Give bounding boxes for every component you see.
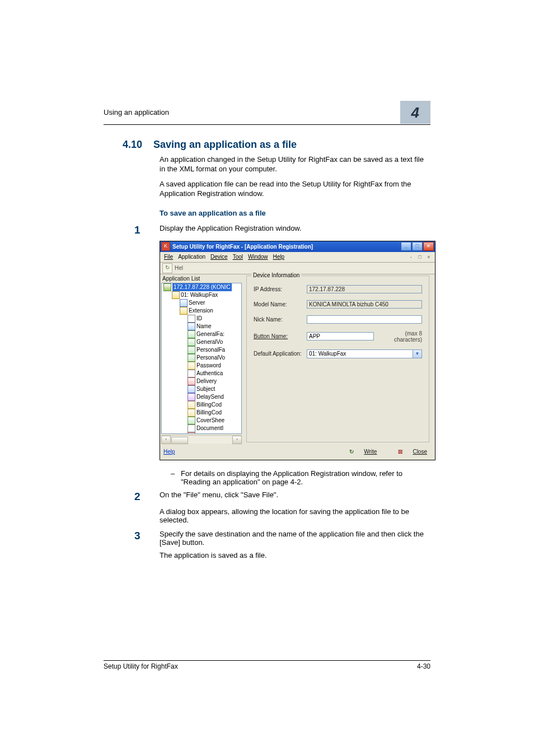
model-label: Model Name: — [254, 301, 307, 307]
tree-item-icon — [188, 330, 195, 338]
tree-item-icon — [188, 424, 195, 432]
tree-item[interactable]: Server — [162, 299, 241, 307]
application-tree[interactable]: 172.17.87.228 (KONIC 01: WalkupFaxServer… — [161, 283, 242, 434]
paragraph-1: An application changed in the Setup Util… — [160, 155, 430, 174]
close-action[interactable]: Close — [410, 449, 429, 455]
help-link[interactable]: Help — [163, 449, 175, 455]
minimize-button[interactable]: _ — [401, 242, 411, 251]
mdi-minimize[interactable]: - — [407, 254, 415, 260]
chevron-down-icon[interactable]: ▼ — [413, 350, 421, 358]
tree-item[interactable]: CoverShee — [162, 417, 241, 424]
tree-root[interactable]: 172.17.87.228 (KONIC — [162, 283, 241, 291]
tree-item-label: PersonalFa — [196, 346, 225, 354]
tree-item[interactable]: Name — [162, 323, 241, 330]
model-value: KONICA MINOLTA bizhub C450 — [307, 300, 422, 309]
scroll-right-button[interactable]: › — [232, 436, 242, 444]
step-2-text: On the "File" menu, click "Save File". — [160, 491, 430, 503]
menu-bar: File Application Device Tool Window Help… — [160, 252, 435, 263]
maximize-button[interactable]: □ — [412, 242, 423, 251]
tree-item[interactable]: GeneralFa: — [162, 330, 241, 338]
tree-item-label: Subject — [196, 385, 215, 393]
tree-root-label: 172.17.87.228 (KONIC — [172, 283, 232, 291]
tree-item[interactable]: HoldForPre — [162, 432, 241, 434]
window-bottom-bar: Help ↻ Write ⊠ Close — [160, 445, 435, 460]
tree-item[interactable]: PersonalVo — [162, 354, 241, 362]
tree-item-icon — [188, 354, 195, 362]
menu-file[interactable]: File — [162, 254, 175, 260]
mdi-controls: - □ × — [407, 254, 433, 260]
tree-item[interactable]: BillingCod — [162, 401, 241, 409]
tree-item[interactable]: BillingCod — [162, 409, 241, 417]
step-3-extra: The application is saved as a file. — [160, 551, 430, 559]
button-name-input[interactable]: APP — [307, 332, 374, 340]
tree-item[interactable]: ID — [162, 315, 241, 323]
tree-item-label: 01: WalkupFax — [181, 291, 218, 299]
tree-panel-label: Application List — [160, 274, 243, 283]
tree-item-icon — [188, 315, 195, 323]
step-2-extra: A dialog box appears, allowing the locat… — [160, 507, 430, 524]
tree-item-label: ID — [196, 315, 202, 323]
footer-left: Setup Utility for RightFax — [104, 662, 178, 670]
menu-device[interactable]: Device — [209, 254, 229, 260]
tree-item-label: PersonalVo — [196, 354, 225, 362]
default-app-combo[interactable]: 01: WalkupFax ▼ — [307, 349, 422, 358]
toolbar-hint: Hel — [175, 265, 183, 271]
tree-item[interactable]: Password — [162, 362, 241, 370]
tree-item-label: GeneralVo — [196, 338, 223, 346]
group-title: Device Information — [251, 272, 301, 278]
tree-item-icon — [188, 409, 195, 417]
tree-item-icon — [188, 401, 195, 409]
tree-item-icon — [188, 323, 195, 330]
scroll-left-button[interactable]: ‹ — [161, 436, 171, 444]
button-name-label: Button Name: — [254, 333, 307, 339]
default-app-value: 01: WalkupFax — [307, 350, 413, 358]
tree-item[interactable]: Extension — [162, 307, 241, 315]
sub-bullet-text: For details on displaying the Applicatio… — [181, 469, 430, 486]
tree-item-icon — [188, 432, 195, 434]
mdi-close[interactable]: × — [425, 254, 433, 260]
menu-window[interactable]: Window — [246, 254, 270, 260]
tree-item-icon — [188, 393, 195, 401]
tree-item-icon — [188, 377, 195, 385]
scroll-track[interactable] — [171, 436, 232, 444]
tree-item[interactable]: DelaySend — [162, 393, 241, 401]
tree-item-label: GeneralFa: — [196, 330, 224, 338]
tree-item[interactable]: DocumentI — [162, 424, 241, 432]
tree-item-icon — [172, 291, 180, 299]
step-1-text: Display the Application Registration win… — [160, 224, 430, 236]
tree-item[interactable]: Authentica — [162, 370, 241, 377]
tree-item-icon — [188, 346, 195, 354]
paragraph-2: A saved application file can be read int… — [160, 180, 430, 199]
menu-application[interactable]: Application — [176, 254, 207, 260]
step-3-number: 3 — [134, 530, 160, 547]
section-number: 4.10 — [123, 139, 142, 151]
tree-item-icon — [180, 299, 188, 307]
tree-item-icon — [188, 370, 195, 377]
tree-item[interactable]: PersonalFa — [162, 346, 241, 354]
window-title: Setup Utility for RightFax - [Applicatio… — [172, 244, 401, 250]
tree-item[interactable]: Delivery — [162, 377, 241, 385]
close-button[interactable]: × — [423, 242, 434, 251]
tree-item-label: HoldForPre — [196, 432, 225, 434]
procedure-heading: To save an application as a file — [160, 209, 430, 217]
refresh-icon[interactable]: ↻ — [162, 263, 172, 273]
scroll-thumb[interactable] — [171, 437, 188, 444]
tree-item[interactable]: 01: WalkupFax — [162, 291, 241, 299]
sub-bullet-dash: – — [171, 469, 181, 486]
chapter-number-box: 4 — [400, 101, 430, 124]
tree-item-icon — [188, 362, 195, 370]
nick-label: Nick Name: — [254, 316, 307, 323]
nick-input[interactable] — [307, 315, 422, 324]
tree-item-label: BillingCod — [196, 409, 222, 417]
mdi-restore[interactable]: □ — [416, 254, 424, 260]
tree-item-label: Delivery — [196, 377, 217, 385]
tree-item[interactable]: GeneralVo — [162, 338, 241, 346]
write-button[interactable]: Write — [362, 449, 379, 455]
close-icon: ⊠ — [396, 447, 405, 456]
tree-item-label: Authentica — [196, 370, 223, 377]
menu-help[interactable]: Help — [271, 254, 287, 260]
tree-h-scrollbar[interactable]: ‹ › — [161, 435, 242, 444]
screenshot-window: K Setup Utility for RightFax - [Applicat… — [160, 241, 435, 460]
menu-tool[interactable]: Tool — [231, 254, 245, 260]
tree-item[interactable]: Subject — [162, 385, 241, 393]
